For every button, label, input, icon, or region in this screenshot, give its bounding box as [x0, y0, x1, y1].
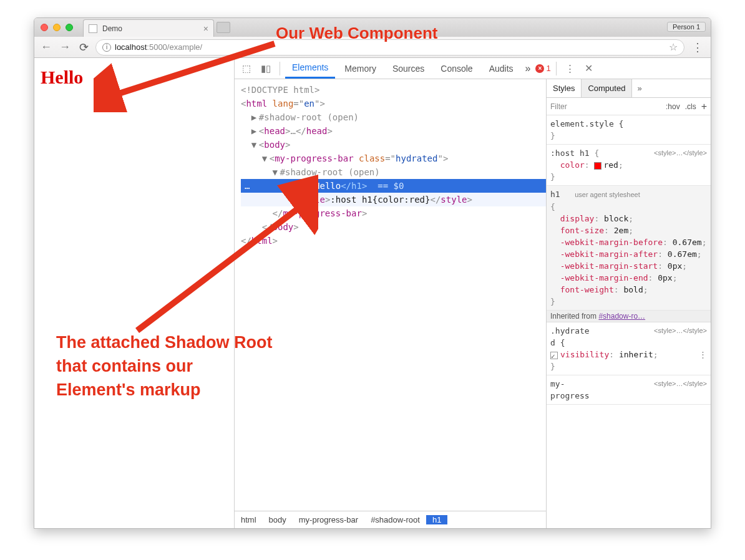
browser-toolbar: ← → ⟳ i localhost:5000/example/ ☆ ⋮	[34, 37, 711, 58]
styles-subtabs: Styles Computed »	[547, 79, 711, 98]
new-rule-icon[interactable]: +	[701, 101, 707, 112]
rendered-page: Hello	[34, 58, 234, 528]
hov-toggle[interactable]: :hov	[666, 102, 680, 111]
filter-input[interactable]: Filter	[550, 102, 567, 111]
gutter-icon: …	[241, 179, 253, 193]
page-heading: Hello	[41, 67, 234, 88]
styles-filter-row: Filter :hov .cls +	[547, 98, 711, 115]
browser-window: Demo × Person 1 ← → ⟳ i localhost:5000/e…	[34, 17, 711, 529]
site-info-icon[interactable]: i	[102, 43, 111, 52]
styles-tab-styles[interactable]: Styles	[547, 79, 582, 97]
more-tabs-icon[interactable]: »	[632, 79, 646, 97]
dom-line[interactable]: ▼#shadow-root (open)	[241, 165, 546, 179]
forward-icon[interactable]: →	[58, 41, 72, 54]
separator	[556, 62, 557, 75]
css-rule[interactable]: element.style {}	[547, 115, 711, 145]
tab-close-icon[interactable]: ×	[203, 24, 208, 34]
window-controls	[41, 24, 73, 31]
dom-line[interactable]: </html>	[241, 234, 546, 248]
tab-strip: Demo × Person 1	[34, 18, 711, 37]
tab-title: Demo	[102, 24, 122, 33]
styles-tab-computed[interactable]: Computed	[582, 79, 632, 97]
breadcrumb-item-active[interactable]: h1	[426, 515, 447, 524]
device-toolbar-icon[interactable]: ▮▯	[257, 63, 275, 74]
address-bar[interactable]: i localhost:5000/example/ ☆	[95, 39, 684, 56]
styles-panel: Styles Computed » Filter :hov .cls +	[546, 79, 711, 528]
devtools-close-icon[interactable]: ✕	[581, 62, 596, 74]
browser-menu-icon[interactable]: ⋮	[689, 41, 706, 54]
dom-line[interactable]: ▼<body>	[241, 138, 546, 152]
devtools-menu-icon[interactable]: ⋮	[562, 63, 578, 74]
dom-line[interactable]: ▼<my-progress-bar class="hydrated">	[241, 152, 546, 165]
back-icon[interactable]: ←	[39, 41, 53, 54]
devtools-panel: ⬚ ▮▯ Elements Memory Sources Console Aud…	[234, 58, 711, 528]
dom-breadcrumb: html body my-progress-bar #shadow-root h…	[235, 511, 546, 528]
content-area: Hello ⬚ ▮▯ Elements Memory Sources Conso…	[34, 58, 711, 528]
checkbox-icon[interactable]	[550, 352, 558, 359]
dom-line[interactable]: <style>:host h1{color:red}</style>	[241, 193, 546, 206]
rule-source[interactable]: <style>…</style>	[654, 325, 707, 337]
rule-source[interactable]: <style>…</style>	[654, 378, 707, 390]
elements-panel: <!DOCTYPE html> <html lang="en"> ▶#shado…	[235, 79, 546, 528]
dom-line[interactable]: ▶<head>…</head>	[241, 124, 546, 138]
devtools-tab-audits[interactable]: Audits	[482, 58, 520, 79]
dom-line-selected[interactable]: … <h1>Hello</h1> == $0	[241, 179, 546, 193]
close-window-icon[interactable]	[41, 24, 48, 31]
css-rule[interactable]: my-<style>…</style> progress	[547, 375, 711, 405]
breadcrumb-item[interactable]: #shadow-root	[364, 515, 426, 524]
css-rule[interactable]: h1 user agent stylesheet{ display: block…	[547, 186, 711, 311]
css-rules[interactable]: element.style {} :host h1 {<style>…</sty…	[547, 115, 711, 528]
reload-icon[interactable]: ⟳	[77, 41, 90, 54]
devtools-tab-console[interactable]: Console	[434, 58, 479, 79]
breadcrumb-item[interactable]: html	[235, 515, 263, 524]
url-host: localhost	[115, 42, 147, 52]
favicon-icon	[89, 24, 97, 33]
url-path: :5000/example/	[147, 42, 202, 52]
devtools-tab-memory[interactable]: Memory	[338, 58, 383, 79]
dom-line[interactable]: ▶#shadow-root (open)	[241, 110, 546, 124]
css-rule[interactable]: :host h1 {<style>…</style> color: red; }	[547, 145, 711, 186]
dom-line[interactable]: <html lang="en">	[241, 97, 546, 110]
new-tab-button[interactable]	[217, 22, 230, 33]
error-indicator[interactable]: ×1	[535, 64, 550, 73]
breadcrumb-item[interactable]: body	[263, 515, 293, 524]
bookmark-star-icon[interactable]: ☆	[669, 41, 678, 53]
dom-tree[interactable]: <!DOCTYPE html> <html lang="en"> ▶#shado…	[235, 79, 546, 511]
separator	[280, 62, 280, 75]
inherited-header: Inherited from #shadow-ro…	[547, 311, 711, 322]
devtools-tabbar: ⬚ ▮▯ Elements Memory Sources Console Aud…	[235, 58, 711, 79]
inspect-icon[interactable]: ⬚	[238, 63, 255, 74]
minimize-window-icon[interactable]	[53, 24, 61, 31]
more-tabs-icon[interactable]: »	[523, 63, 533, 74]
error-icon: ×	[535, 64, 544, 73]
dom-line[interactable]: </body>	[241, 220, 546, 234]
devtools-tab-elements[interactable]: Elements	[285, 58, 335, 79]
devtools-tab-sources[interactable]: Sources	[386, 58, 431, 79]
css-rule[interactable]: .hydrate<style>…</style> d { visibility:…	[547, 322, 711, 375]
dom-line[interactable]: </my-progress-bar>	[241, 206, 546, 220]
profile-badge[interactable]: Person 1	[667, 22, 706, 32]
zoom-window-icon[interactable]	[66, 24, 73, 31]
cls-toggle[interactable]: .cls	[685, 102, 696, 111]
color-swatch-icon[interactable]	[594, 162, 601, 170]
inherited-link[interactable]: #shadow-ro…	[598, 312, 645, 321]
devtools-body: <!DOCTYPE html> <html lang="en"> ▶#shado…	[235, 79, 711, 528]
browser-tab[interactable]: Demo ×	[83, 19, 214, 37]
breadcrumb-item[interactable]: my-progress-bar	[293, 515, 364, 524]
dom-line[interactable]: <!DOCTYPE html>	[241, 83, 546, 97]
rule-source[interactable]: <style>…</style>	[654, 147, 707, 159]
